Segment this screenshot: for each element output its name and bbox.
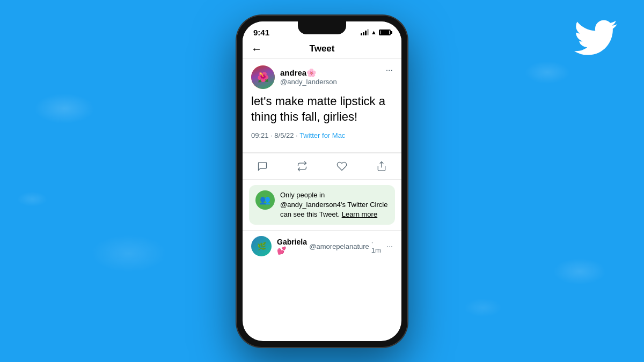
comment-button[interactable] bbox=[254, 158, 271, 175]
reply-user-info: Gabriela 💕 @amorepelanature · 1m bbox=[277, 238, 381, 255]
avatar-image: 🌺 bbox=[251, 65, 275, 89]
tweet-header: 🌺 andrea🌸 @andy_landerson ··· bbox=[251, 65, 393, 89]
retweet-icon bbox=[297, 161, 308, 172]
circle-icon: 👥 bbox=[255, 190, 275, 210]
tweet-meta: 09:21 · 8/5/22 · Twitter for Mac bbox=[251, 131, 393, 139]
share-button[interactable] bbox=[373, 158, 390, 175]
phone-mockup: 9:41 ▲ ← Tweet bbox=[236, 15, 408, 348]
status-icons: ▲ bbox=[361, 29, 391, 35]
reply-display-name: Gabriela 💕 bbox=[277, 238, 307, 255]
tweet-area: 🌺 andrea🌸 @andy_landerson ··· let's make… bbox=[243, 59, 401, 153]
user-info: andrea🌸 @andy_landerson bbox=[280, 68, 337, 86]
nav-title: Tweet bbox=[310, 43, 335, 54]
tweet-text: let's make matte lipstick a thing this f… bbox=[251, 93, 393, 125]
reply-more-button[interactable]: ··· bbox=[386, 242, 393, 250]
learn-more-link[interactable]: Learn more bbox=[342, 210, 377, 218]
reply-avatar: 🌿 bbox=[251, 236, 272, 256]
status-time: 9:41 bbox=[253, 28, 269, 37]
comment-icon bbox=[257, 161, 268, 172]
battery-icon bbox=[379, 29, 391, 35]
circle-text: Only people in @andy_landerson4's Twitte… bbox=[280, 190, 389, 220]
username: @andy_landerson bbox=[280, 78, 337, 86]
reply-username: @amorepelanature bbox=[309, 242, 369, 250]
tweet-timestamp: 09:21 · 8/5/22 · bbox=[251, 131, 299, 139]
tweet-user: 🌺 andrea🌸 @andy_landerson bbox=[251, 65, 337, 89]
heart-icon bbox=[336, 161, 347, 172]
back-button[interactable]: ← bbox=[251, 43, 262, 54]
like-button[interactable] bbox=[333, 158, 350, 175]
reply-tweet: 🌿 Gabriela 💕 @amorepelanature · 1m ··· bbox=[243, 230, 401, 262]
phone-notch bbox=[298, 21, 346, 34]
phone-screen: 9:41 ▲ ← Tweet bbox=[243, 21, 401, 341]
retweet-button[interactable] bbox=[294, 158, 311, 175]
share-icon bbox=[376, 161, 387, 172]
reply-time: · 1m bbox=[371, 238, 382, 254]
twitter-logo-icon bbox=[574, 16, 617, 59]
circle-notice: 👥 Only people in @andy_landerson4's Twit… bbox=[249, 185, 395, 225]
avatar: 🌺 bbox=[251, 65, 275, 89]
more-options-button[interactable]: ··· bbox=[386, 65, 393, 75]
nav-bar: ← Tweet bbox=[243, 39, 401, 59]
tweet-source-link[interactable]: Twitter for Mac bbox=[299, 131, 345, 139]
display-name: andrea🌸 bbox=[280, 68, 337, 78]
wifi-icon: ▲ bbox=[371, 29, 377, 35]
action-bar bbox=[243, 153, 401, 180]
signal-icon bbox=[361, 29, 369, 35]
phone-shell: 9:41 ▲ ← Tweet bbox=[236, 15, 408, 348]
